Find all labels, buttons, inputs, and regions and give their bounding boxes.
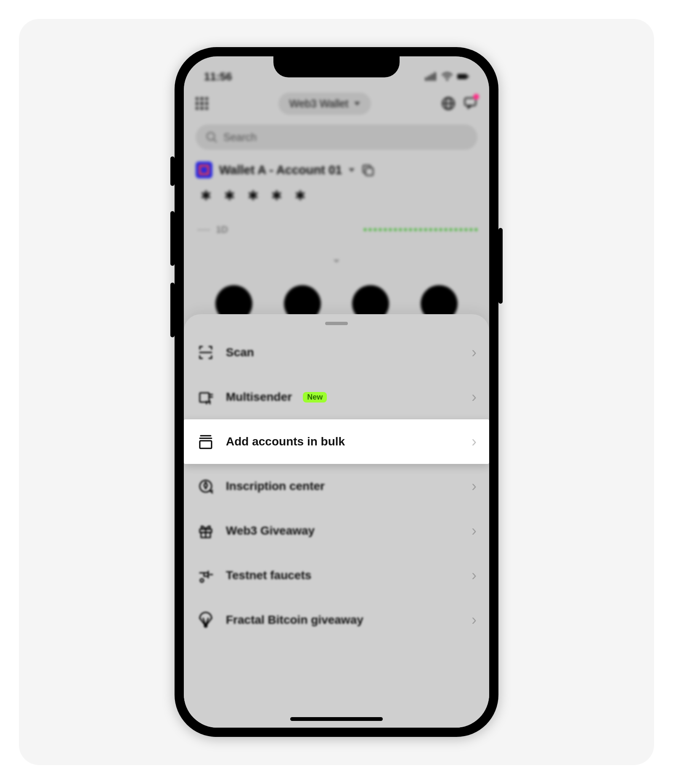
timeframe-label: 1D — [216, 224, 228, 235]
svg-line-12 — [214, 139, 217, 142]
scan-icon — [196, 343, 215, 362]
menu-item-scan[interactable]: Scan › — [184, 330, 489, 375]
app-grid-icon[interactable] — [196, 97, 208, 110]
account-avatar — [196, 162, 212, 178]
menu-item-fractal[interactable]: Fractal Bitcoin giveaway › — [184, 598, 489, 642]
menu-item-label: Fractal Bitcoin giveaway — [226, 613, 363, 627]
gift-icon — [196, 522, 215, 540]
svg-point-26 — [200, 579, 204, 582]
chevron-down-icon[interactable] — [349, 168, 355, 172]
svg-rect-3 — [434, 72, 436, 81]
menu-item-label: Scan — [226, 346, 254, 359]
account-balance: ＊＊＊＊＊ — [196, 184, 477, 212]
chat-button[interactable] — [463, 95, 477, 111]
phone-side-button — [170, 211, 175, 266]
menu-item-add-bulk[interactable]: Add accounts in bulk › — [184, 419, 489, 464]
svg-point-11 — [207, 132, 215, 140]
chevron-right-icon: › — [472, 567, 477, 584]
svg-rect-5 — [457, 74, 467, 79]
phone-side-button — [170, 283, 175, 337]
chevron-right-icon: › — [472, 522, 477, 540]
svg-rect-2 — [431, 74, 433, 81]
menu-item-giveaway[interactable]: Web3 Giveaway › — [184, 509, 489, 553]
notification-dot — [473, 94, 479, 100]
faucet-icon — [196, 566, 215, 585]
home-indicator[interactable] — [290, 717, 383, 721]
menu-item-multisender[interactable]: Multisender New › — [184, 375, 489, 419]
chevron-right-icon: › — [472, 344, 477, 361]
svg-rect-19 — [200, 441, 212, 448]
new-badge: New — [303, 392, 327, 403]
svg-rect-14 — [366, 168, 373, 175]
phone-notch — [273, 56, 400, 77]
phone-side-button — [170, 156, 175, 186]
menu-item-label: Multisender — [226, 390, 292, 404]
menu-item-inscription[interactable]: Inscription center › — [184, 464, 489, 509]
svg-rect-6 — [467, 75, 469, 78]
svg-line-22 — [211, 490, 212, 492]
inscription-icon — [196, 477, 215, 495]
svg-rect-1 — [428, 76, 430, 81]
hidden-change: ····· — [197, 224, 210, 235]
phone-frame: 11:56 Web3 Wallet — [175, 47, 498, 737]
svg-rect-0 — [425, 77, 427, 81]
tools-bottom-sheet: Scan › Multisender New › — [184, 314, 489, 728]
svg-rect-16 — [200, 393, 209, 402]
parachute-icon — [196, 611, 215, 629]
chevron-right-icon: › — [472, 388, 477, 406]
wallet-selector[interactable]: Web3 Wallet — [278, 93, 371, 115]
multisender-icon — [196, 388, 215, 406]
phone-side-button — [498, 228, 503, 304]
menu-item-faucets[interactable]: Testnet faucets › — [184, 553, 489, 598]
cellular-icon — [425, 72, 437, 81]
search-placeholder: Search — [223, 131, 257, 143]
status-time: 11:56 — [204, 70, 232, 83]
chevron-right-icon: › — [472, 611, 477, 629]
account-label[interactable]: Wallet A - Account 01 — [219, 163, 342, 177]
bulk-icon — [196, 432, 215, 451]
device-mockup-card: 11:56 Web3 Wallet — [19, 19, 654, 765]
battery-icon — [457, 72, 469, 81]
search-input[interactable]: Search — [196, 124, 477, 150]
menu-item-label: Testnet faucets — [226, 569, 311, 582]
menu-item-label: Add accounts in bulk — [226, 435, 345, 448]
search-icon — [206, 131, 217, 143]
expand-chevron[interactable]: ⌄ — [196, 252, 477, 265]
menu-item-label: Inscription center — [226, 479, 325, 493]
globe-icon[interactable] — [441, 96, 456, 111]
chevron-down-icon — [354, 102, 360, 106]
chevron-right-icon: › — [472, 433, 477, 450]
sparkline — [364, 228, 477, 231]
phone-screen: 11:56 Web3 Wallet — [184, 56, 489, 728]
chevron-right-icon: › — [472, 477, 477, 495]
copy-icon[interactable] — [361, 164, 374, 176]
menu-item-label: Web3 Giveaway — [226, 524, 315, 538]
sheet-handle[interactable] — [325, 322, 348, 325]
wifi-icon — [441, 72, 453, 81]
wallet-selector-label: Web3 Wallet — [289, 98, 348, 110]
svg-point-4 — [446, 79, 448, 81]
